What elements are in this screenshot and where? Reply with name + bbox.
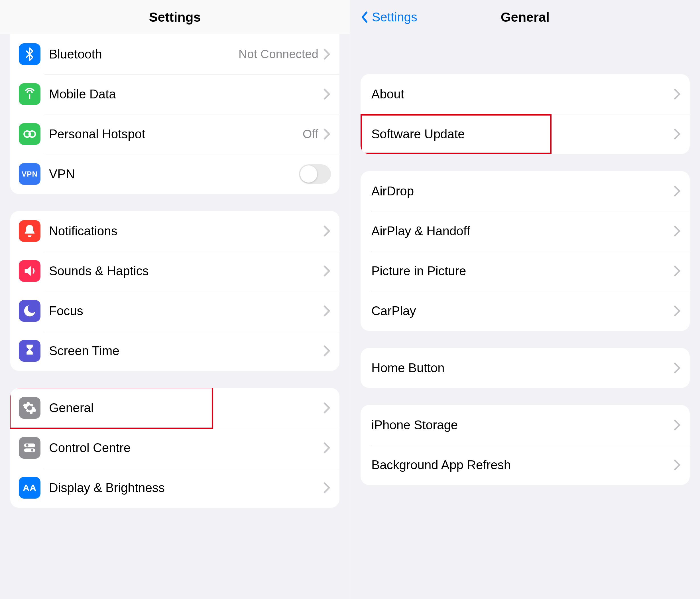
carplay-label: CarPlay (371, 304, 673, 318)
row-vpn[interactable]: VPN VPN (10, 154, 340, 194)
airplay-handoff-label: AirPlay & Handoff (371, 224, 673, 238)
personal-hotspot-value: Off (303, 127, 318, 141)
row-software-update[interactable]: Software Update (360, 114, 690, 154)
row-sounds-haptics[interactable]: Sounds & Haptics (10, 251, 340, 291)
bell-icon (19, 220, 41, 242)
settings-pane: Settings Bluetooth Not Connected Mobile … (0, 0, 350, 599)
moon-icon (19, 300, 41, 322)
general-label: General (49, 401, 322, 415)
home-button-label: Home Button (371, 361, 673, 375)
chevron-right-icon (322, 441, 331, 454)
row-display-brightness[interactable]: AA Display & Brightness (10, 468, 340, 508)
chevron-right-icon (322, 402, 331, 414)
gear-icon (19, 397, 41, 419)
chevron-right-icon (322, 481, 331, 494)
chevron-right-icon (322, 48, 331, 61)
chevron-right-icon (322, 225, 331, 237)
row-about[interactable]: About (360, 74, 690, 114)
screen-time-label: Screen Time (49, 344, 322, 358)
svg-rect-3 (24, 448, 35, 452)
general-group-sharing: AirDrop AirPlay & Handoff Picture in Pic… (360, 171, 690, 331)
chevron-right-icon (673, 225, 681, 237)
chevron-right-icon (673, 265, 681, 277)
row-airdrop[interactable]: AirDrop (360, 171, 690, 211)
software-update-label: Software Update (371, 127, 673, 141)
row-general[interactable]: General (10, 388, 340, 428)
row-focus[interactable]: Focus (10, 291, 340, 331)
chevron-right-icon (322, 265, 331, 277)
row-background-app-refresh[interactable]: Background App Refresh (360, 445, 690, 485)
back-button[interactable]: Settings (358, 0, 417, 34)
chevron-right-icon (322, 344, 331, 357)
chevron-right-icon (673, 128, 681, 140)
control-centre-label: Control Centre (49, 441, 322, 455)
chevron-right-icon (673, 459, 681, 471)
speaker-icon (19, 260, 41, 282)
svg-point-5 (31, 449, 33, 452)
row-mobile-data[interactable]: Mobile Data (10, 74, 340, 114)
general-title: General (501, 9, 550, 25)
row-control-centre[interactable]: Control Centre (10, 428, 340, 468)
row-personal-hotspot[interactable]: Personal Hotspot Off (10, 114, 340, 154)
settings-title: Settings (149, 9, 201, 25)
bluetooth-value: Not Connected (239, 47, 318, 61)
svg-point-4 (26, 444, 28, 447)
settings-group-connectivity: Bluetooth Not Connected Mobile Data Pers… (10, 34, 340, 194)
chevron-right-icon (673, 88, 681, 100)
display-brightness-label: Display & Brightness (49, 481, 322, 495)
row-picture-in-picture[interactable]: Picture in Picture (360, 251, 690, 291)
settings-header: Settings (0, 0, 350, 34)
text-size-icon: AA (19, 477, 41, 499)
picture-in-picture-label: Picture in Picture (371, 264, 673, 278)
row-carplay[interactable]: CarPlay (360, 291, 690, 331)
vpn-label: VPN (49, 167, 299, 181)
chevron-right-icon (673, 185, 681, 197)
vpn-icon: VPN (19, 163, 41, 185)
svg-rect-2 (24, 444, 35, 447)
chevron-right-icon (322, 128, 331, 140)
general-pane: Settings General About Software Update A… (350, 0, 700, 599)
general-header: Settings General (350, 0, 700, 34)
general-group-about: About Software Update (360, 74, 690, 154)
hotspot-icon (19, 123, 41, 145)
mobile-data-label: Mobile Data (49, 87, 322, 101)
chevron-left-icon (358, 11, 371, 23)
airdrop-label: AirDrop (371, 184, 673, 198)
back-label: Settings (372, 10, 417, 24)
switches-icon (19, 437, 41, 459)
chevron-right-icon (673, 419, 681, 431)
about-label: About (371, 87, 673, 101)
row-bluetooth[interactable]: Bluetooth Not Connected (10, 34, 340, 74)
personal-hotspot-label: Personal Hotspot (49, 127, 303, 141)
general-group-storage: iPhone Storage Background App Refresh (360, 405, 690, 485)
row-iphone-storage[interactable]: iPhone Storage (360, 405, 690, 445)
settings-group-device: General Control Centre AA Display & Brig… (10, 388, 340, 508)
row-airplay-handoff[interactable]: AirPlay & Handoff (360, 211, 690, 251)
chevron-right-icon (673, 362, 681, 374)
settings-group-notifications: Notifications Sounds & Haptics Focus (10, 211, 340, 371)
row-notifications[interactable]: Notifications (10, 211, 340, 251)
bluetooth-icon (19, 43, 41, 65)
row-home-button[interactable]: Home Button (360, 348, 690, 388)
iphone-storage-label: iPhone Storage (371, 418, 673, 432)
row-screen-time[interactable]: Screen Time (10, 331, 340, 371)
chevron-right-icon (322, 88, 331, 100)
chevron-right-icon (322, 305, 331, 317)
antenna-icon (19, 83, 41, 105)
notifications-label: Notifications (49, 224, 322, 238)
chevron-right-icon (673, 305, 681, 317)
bluetooth-label: Bluetooth (49, 47, 239, 61)
general-group-home: Home Button (360, 348, 690, 388)
sounds-haptics-label: Sounds & Haptics (49, 264, 322, 278)
focus-label: Focus (49, 304, 322, 318)
hourglass-icon (19, 340, 41, 362)
vpn-toggle[interactable] (299, 164, 331, 184)
background-app-refresh-label: Background App Refresh (371, 458, 673, 472)
